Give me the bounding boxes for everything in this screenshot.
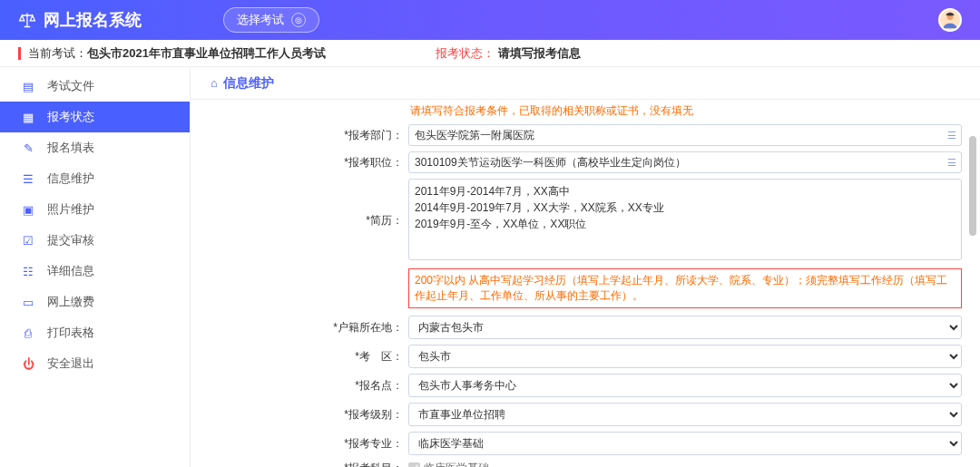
app-logo: 网上报名系统 bbox=[18, 9, 142, 31]
sidebar-item-label: 提交审核 bbox=[47, 232, 94, 248]
area-label: *考 区： bbox=[191, 349, 408, 365]
detail-icon: ☷ bbox=[22, 265, 34, 278]
site-select[interactable]: 包头市人事考务中心 bbox=[408, 374, 962, 397]
area-select[interactable]: 包头市 bbox=[408, 345, 962, 368]
major-label: *报考专业： bbox=[191, 436, 408, 452]
sidebar-item-status[interactable]: ▦ 报考状态 bbox=[0, 102, 190, 132]
current-exam-label: 当前考试： bbox=[28, 45, 87, 62]
sidebar-item-label: 考试文件 bbox=[47, 78, 94, 94]
sidebar-item-detail[interactable]: ☷ 详细信息 bbox=[0, 256, 190, 287]
doc-icon: ▤ bbox=[22, 80, 34, 93]
sidebar-item-label: 网上缴费 bbox=[47, 294, 94, 310]
home-icon: ⌂ bbox=[211, 76, 218, 90]
hukou-label: *户籍所在地： bbox=[191, 320, 408, 336]
sidebar-item-label: 安全退出 bbox=[47, 355, 94, 372]
sidebar-item-fill-form[interactable]: ✎ 报名填表 bbox=[0, 132, 190, 163]
sidebar-item-exit[interactable]: ⏻ 安全退出 bbox=[0, 348, 190, 379]
sidebar-item-label: 信息维护 bbox=[47, 170, 94, 187]
current-exam-name: 包头市2021年市直事业单位招聘工作人员考试 bbox=[87, 45, 326, 62]
info-icon: ☰ bbox=[22, 172, 34, 186]
post-label: *报考职位： bbox=[191, 155, 408, 170]
select-exam-label: 选择考试 bbox=[237, 12, 284, 28]
sidebar-item-submit[interactable]: ☑ 提交审核 bbox=[0, 225, 190, 256]
status-value: 请填写报考信息 bbox=[498, 46, 581, 60]
sidebar-item-label: 打印表格 bbox=[47, 325, 94, 341]
resume-textarea[interactable] bbox=[408, 179, 962, 260]
sidebar-item-info[interactable]: ☰ 信息维护 bbox=[0, 163, 190, 194]
subject-value: 临床医学基础 bbox=[424, 461, 489, 467]
sidebar-item-photo[interactable]: ▣ 照片维护 bbox=[0, 194, 190, 225]
hukou-select[interactable]: 内蒙古包头市 bbox=[408, 316, 962, 339]
photo-icon: ▣ bbox=[22, 203, 34, 217]
panel-title-text: 信息维护 bbox=[223, 75, 274, 92]
major-select[interactable]: 临床医学基础 bbox=[408, 432, 962, 455]
topbar: 网上报名系统 选择考试 ◎ bbox=[0, 0, 980, 40]
form-area: 请填写符合报考条件，已取得的相关职称或证书，没有填无 *报考部门： ☰ *报考职… bbox=[191, 100, 980, 467]
target-icon: ◎ bbox=[291, 13, 306, 27]
status-bar: 当前考试： 包头市2021年市直事业单位招聘工作人员考试 报考状态： 请填写报考… bbox=[0, 40, 980, 67]
subject-label: *报考科目： bbox=[191, 461, 408, 467]
site-label: *报名点： bbox=[191, 378, 408, 394]
resume-hint: 200字以内 从高中写起学习经历（填写上学起止年月、所读大学、院系、专业）；须完… bbox=[408, 268, 962, 308]
scrollbar-thumb[interactable] bbox=[969, 136, 976, 236]
resume-label: *简历： bbox=[191, 213, 408, 229]
pay-icon: ▭ bbox=[22, 296, 34, 309]
sidebar-item-label: 详细信息 bbox=[47, 263, 94, 279]
dept-label: *报考部门： bbox=[191, 128, 408, 143]
sidebar-item-label: 照片维护 bbox=[47, 201, 94, 218]
scale-icon bbox=[18, 11, 36, 29]
select-exam-button[interactable]: 选择考试 ◎ bbox=[223, 7, 319, 33]
cert-hint: 请填写符合报考条件，已取得的相关职称或证书，没有填无 bbox=[408, 104, 693, 117]
avatar[interactable] bbox=[938, 8, 962, 32]
subject-checkbox bbox=[408, 462, 420, 467]
dept-input[interactable] bbox=[408, 124, 962, 146]
edit-icon: ✎ bbox=[22, 141, 34, 155]
sidebar-item-exam-docs[interactable]: ▤ 考试文件 bbox=[0, 71, 190, 102]
level-select[interactable]: 市直事业单位招聘 bbox=[408, 403, 962, 426]
post-input[interactable] bbox=[408, 151, 962, 173]
sidebar-item-label: 报名填表 bbox=[47, 140, 94, 156]
sidebar: ▤ 考试文件 ▦ 报考状态 ✎ 报名填表 ☰ 信息维护 ▣ 照片维护 ☑ 提交审… bbox=[0, 67, 191, 467]
status-icon: ▦ bbox=[22, 111, 34, 124]
level-label: *报考级别： bbox=[191, 407, 408, 423]
marker-icon bbox=[18, 47, 21, 60]
exit-icon: ⏻ bbox=[22, 357, 34, 371]
status-label: 报考状态： bbox=[436, 46, 495, 60]
submit-icon: ☑ bbox=[22, 234, 34, 248]
scrollbar[interactable] bbox=[967, 100, 978, 467]
panel-title: ⌂ 信息维护 bbox=[191, 67, 980, 100]
sidebar-item-pay[interactable]: ▭ 网上缴费 bbox=[0, 287, 190, 317]
print-icon: ⎙ bbox=[22, 326, 34, 340]
sidebar-item-label: 报考状态 bbox=[47, 109, 94, 125]
sidebar-item-print[interactable]: ⎙ 打印表格 bbox=[0, 317, 190, 348]
app-title: 网上报名系统 bbox=[44, 9, 142, 31]
status-center: 报考状态： 请填写报考信息 bbox=[436, 45, 581, 62]
